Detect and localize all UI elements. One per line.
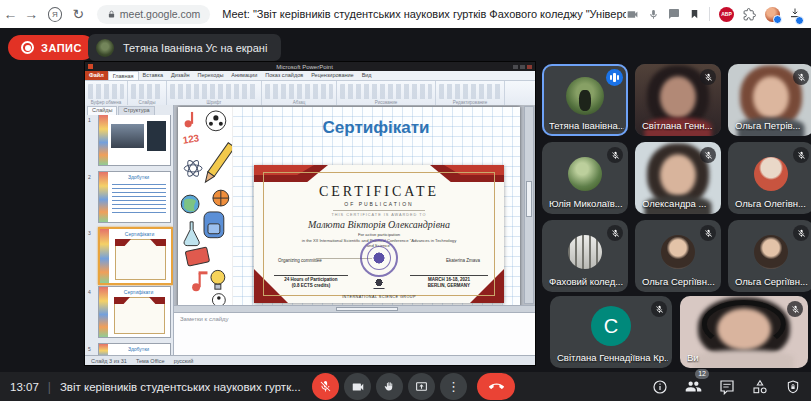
participant-tile[interactable]: CСвітлана Геннадіївна Кр... bbox=[550, 296, 672, 368]
window-controls[interactable] bbox=[513, 65, 532, 69]
participant-tile[interactable]: Ольга Петрів... bbox=[728, 64, 811, 136]
ribbon-tab[interactable]: Файл bbox=[85, 71, 108, 80]
activities-button[interactable] bbox=[752, 379, 768, 395]
ribbon-group[interactable]: Шрифт bbox=[167, 81, 262, 106]
chat-permission-icon[interactable] bbox=[668, 8, 680, 20]
recording-badge[interactable]: ЗАПИС bbox=[8, 35, 95, 60]
mic-muted-icon bbox=[700, 69, 716, 85]
avatar bbox=[568, 157, 602, 191]
participant-name: Ольга Сергіївн... bbox=[735, 276, 810, 287]
mic-permission-icon[interactable] bbox=[648, 9, 659, 20]
profile-avatar[interactable] bbox=[765, 7, 780, 22]
participant-tile[interactable]: Ольга Сергіївн... bbox=[635, 220, 721, 292]
vertical-scrollbar[interactable] bbox=[524, 106, 534, 304]
participant-tile[interactable]: Ольга Олегівн... bbox=[728, 142, 811, 214]
date-block: MARCH 16-18, 2021 BERLIN, GERMANY bbox=[410, 275, 488, 288]
participant-name: Ольга Сергіївн... bbox=[642, 276, 717, 287]
avatar bbox=[661, 235, 695, 269]
people-icon bbox=[685, 378, 702, 395]
lock-icon bbox=[107, 10, 116, 19]
ribbon-group[interactable]: Буфер обмена bbox=[85, 81, 128, 106]
extensions-icon[interactable] bbox=[743, 8, 756, 21]
address-bar[interactable]: meet.google.com bbox=[97, 5, 211, 24]
maximize-icon bbox=[520, 65, 525, 69]
thumbnail-number: 3 bbox=[88, 230, 91, 236]
mic-muted-icon bbox=[651, 301, 667, 317]
powerpoint-icon bbox=[88, 64, 93, 69]
meeting-title: Звіт керівників студентських наукових гу… bbox=[60, 381, 301, 393]
status-theme: Тема Office bbox=[136, 358, 165, 364]
ribbon-tab[interactable]: Вид bbox=[358, 71, 376, 80]
downloads-icon[interactable] bbox=[789, 5, 801, 23]
google-meet-screen: ← → Я ↻ meet.google.com Meet: "Звіт кері… bbox=[0, 0, 811, 401]
participant-name: Олександра ... bbox=[642, 198, 717, 209]
close-icon bbox=[527, 65, 532, 69]
browser-toolbar: ← → Я ↻ meet.google.com Meet: "Звіт кері… bbox=[0, 0, 811, 28]
record-icon bbox=[21, 41, 34, 54]
activities-shapes-icon bbox=[752, 379, 768, 395]
participant-name: Світлана Геннадіївна Кр... bbox=[557, 352, 668, 363]
presenting-banner[interactable]: Тетяна Іванівна Ус на екрані bbox=[88, 34, 281, 61]
leave-call-button[interactable] bbox=[477, 373, 515, 400]
slide-thumbnail[interactable]: Сертифікати bbox=[98, 227, 173, 285]
mic-muted-icon bbox=[793, 225, 809, 241]
ribbon-group[interactable]: Слайды bbox=[128, 81, 167, 106]
participant-tile[interactable]: Тетяна Іванівна... bbox=[542, 64, 628, 136]
ribbon-tab[interactable]: Главная bbox=[108, 71, 139, 80]
participants-button[interactable]: 12 bbox=[685, 378, 702, 395]
info-icon bbox=[652, 379, 668, 395]
ribbon-group[interactable]: Абзац bbox=[262, 81, 337, 106]
slide-title: Сертифікати bbox=[232, 118, 520, 138]
present-button[interactable] bbox=[408, 373, 435, 400]
meeting-details-button[interactable] bbox=[652, 379, 668, 395]
mic-muted-icon bbox=[700, 225, 716, 241]
participant-tile[interactable]: Ви bbox=[680, 296, 808, 368]
status-language: русский bbox=[174, 358, 194, 364]
participant-tile[interactable]: Фаховий колед... bbox=[542, 220, 628, 292]
participant-tile[interactable]: Світлана Генн... bbox=[635, 64, 721, 136]
refresh-icon[interactable]: ↻ bbox=[68, 0, 89, 28]
avatar bbox=[566, 77, 604, 115]
more-options-button[interactable]: ⋮ bbox=[440, 373, 467, 400]
chat-button[interactable] bbox=[719, 379, 735, 395]
raise-hand-button[interactable] bbox=[376, 373, 403, 400]
back-icon[interactable]: ← bbox=[0, 0, 21, 28]
camera-permission-icon[interactable] bbox=[626, 8, 639, 21]
browser-logo-icon[interactable]: Я bbox=[48, 7, 62, 22]
ribbon-tab[interactable]: Показ слайдов bbox=[261, 71, 307, 80]
current-slide[interactable]: 123 Сертифікати bbox=[178, 107, 520, 305]
thumbnail-number: 4 bbox=[88, 289, 91, 295]
slide-thumbnail[interactable] bbox=[98, 115, 171, 166]
ribbon-tab[interactable]: Вставка bbox=[139, 71, 167, 80]
participant-tile[interactable]: Олександра ... bbox=[635, 142, 721, 214]
thumbnail-number: 1 bbox=[88, 117, 91, 123]
slide-thumbnail[interactable]: Сертифікати bbox=[98, 286, 171, 338]
notes-pane[interactable]: Заметки к слайду bbox=[174, 312, 535, 356]
participant-tile[interactable]: Юлія Миколаїв... bbox=[542, 142, 628, 214]
forward-icon[interactable]: → bbox=[21, 0, 42, 28]
toolbar-divider bbox=[709, 7, 710, 21]
camera-button[interactable] bbox=[344, 373, 371, 400]
bookmark-icon[interactable] bbox=[689, 8, 700, 20]
signature-name: Ekaterina Zmava bbox=[446, 258, 480, 263]
mic-muted-icon bbox=[787, 301, 803, 317]
participant-tile[interactable]: Ольга Сергіївн... bbox=[728, 220, 811, 292]
host-controls-button[interactable] bbox=[785, 379, 801, 395]
participant-name: Ольга Олегівн... bbox=[735, 198, 810, 209]
ribbon-tab[interactable]: Переходы bbox=[194, 71, 228, 80]
ribbon-group[interactable]: Рисование bbox=[337, 81, 436, 106]
ribbon-tab[interactable]: Рецензирование bbox=[307, 71, 357, 80]
more-icon: ⋮ bbox=[447, 380, 460, 393]
adblock-icon[interactable]: ABP bbox=[719, 7, 734, 22]
avatar bbox=[568, 235, 602, 269]
ribbon-tab[interactable]: Дизайн bbox=[167, 71, 194, 80]
panel-tab-outline[interactable]: Структура bbox=[118, 106, 154, 115]
slide-thumbnail[interactable]: Здобутки bbox=[98, 171, 171, 223]
horizontal-scrollbar[interactable] bbox=[174, 305, 535, 312]
ppt-titlebar: Microsoft PowerPoint bbox=[85, 62, 535, 71]
ribbon-tab[interactable]: Анимации bbox=[227, 71, 261, 80]
ribbon-group[interactable]: Редактирование bbox=[436, 81, 505, 106]
panel-tab-slides[interactable]: Слайды bbox=[87, 106, 117, 115]
mic-off-button[interactable] bbox=[312, 373, 339, 400]
ppt-ribbon-tabs: ФайлГлавнаяВставкаДизайнПереходыАнимации… bbox=[85, 71, 535, 81]
